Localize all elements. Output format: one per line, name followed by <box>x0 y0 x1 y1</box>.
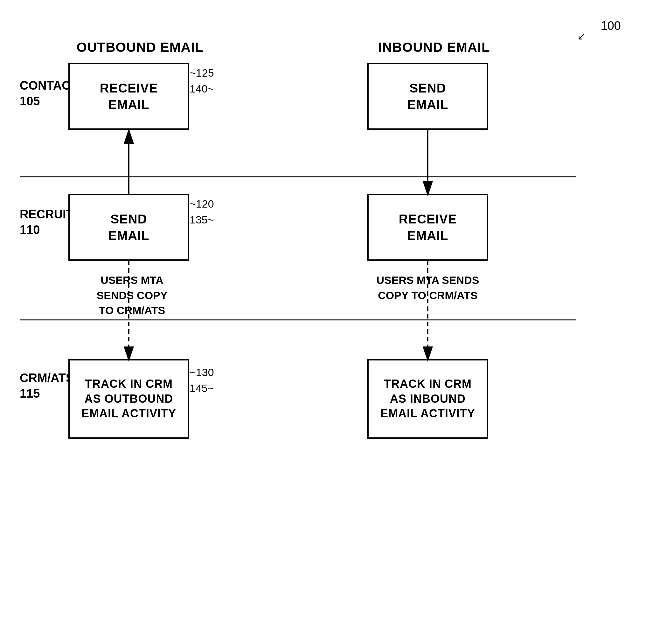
track-inbound-box: TRACK IN CRM AS INBOUND EMAIL ACTIVITY <box>367 359 488 439</box>
ref-130: ~130 <box>190 366 214 378</box>
send-email-outbound-box: SEND EMAIL <box>68 194 189 261</box>
ref-145: 145~ <box>190 382 214 394</box>
receive-email-inbound-box: RECEIVE EMAIL <box>367 194 488 261</box>
crm-label: CRM/ATS 115 <box>20 370 74 402</box>
ref-number: 100 <box>601 19 621 33</box>
diagram-container: 100 ↙ OUTBOUND EMAIL INBOUND EMAIL CONTA… <box>0 0 659 644</box>
ref-125: ~125 <box>190 67 214 79</box>
send-email-inbound-box: SEND EMAIL <box>367 63 488 130</box>
ref-135: 135~ <box>190 214 214 226</box>
dashed-label-right: USERS MTA SENDS COPY TO CRM/ATS <box>367 273 488 303</box>
inbound-email-header: INBOUND EMAIL <box>367 40 501 55</box>
ref-120: ~120 <box>190 198 214 210</box>
dashed-label-left: USERS MTA SENDS COPY TO CRM/ATS <box>91 273 173 318</box>
ref-140: 140~ <box>190 83 214 95</box>
divider-2 <box>20 319 576 320</box>
divider-1 <box>20 177 576 177</box>
ref-arrow: ↙ <box>577 30 586 42</box>
track-outbound-box: TRACK IN CRM AS OUTBOUND EMAIL ACTIVITY <box>68 359 189 439</box>
outbound-email-header: OUTBOUND EMAIL <box>73 40 207 55</box>
receive-email-outbound-box: RECEIVE EMAIL <box>68 63 189 130</box>
